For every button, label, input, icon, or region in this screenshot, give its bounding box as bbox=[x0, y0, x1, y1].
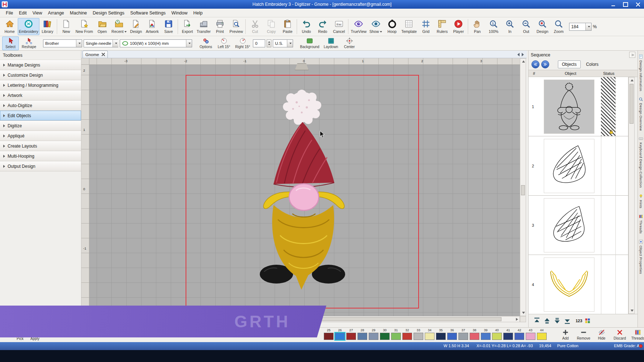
thread-swatch-33[interactable]: 33 bbox=[413, 328, 424, 340]
hoop-size-dropdown[interactable]: 100(W) x 100(H) mm bbox=[120, 39, 192, 47]
toolbox-item-edit-objects[interactable]: Edit Objects bbox=[0, 111, 81, 121]
thread-swatch-36[interactable]: 36 bbox=[446, 328, 458, 340]
zoom-level-combobox[interactable]: 184 bbox=[569, 23, 592, 31]
thread-swatch-41[interactable]: 41 bbox=[503, 328, 514, 340]
toolbar-button-export[interactable]: Export bbox=[179, 18, 195, 35]
thread-swatch-26[interactable]: 26 bbox=[334, 328, 346, 340]
sequence-scroll-thumb[interactable] bbox=[630, 84, 634, 124]
sequence-scrollbar[interactable] bbox=[628, 77, 635, 314]
side-tab-design-information[interactable]: Design Information bbox=[639, 54, 643, 91]
sequence-next-button[interactable] bbox=[541, 60, 549, 68]
toolbar-button-zoom[interactable]: Zoom bbox=[551, 18, 567, 35]
toolbar-button-undo[interactable]: Undo bbox=[298, 18, 314, 35]
toolbar-button-out[interactable]: Out bbox=[518, 18, 534, 35]
tab-scroll-left-icon[interactable] bbox=[517, 53, 520, 56]
side-tab-design-overview[interactable]: Design Overview bbox=[639, 97, 643, 131]
reshape-tool-button[interactable]: Reshape bbox=[20, 37, 38, 50]
move-to-start-button[interactable] bbox=[533, 317, 541, 325]
toolbar-button-rulers[interactable]: Rulers bbox=[434, 18, 450, 35]
remove-button[interactable]: Remove bbox=[575, 328, 592, 340]
design-canvas[interactable] bbox=[89, 65, 520, 316]
toolbox-item-customize-design[interactable]: Customize Design bbox=[0, 70, 81, 80]
vertical-ruler[interactable]: 210-1-2 bbox=[81, 65, 89, 316]
object-thumbnail-scribble-hat-1[interactable] bbox=[544, 139, 594, 193]
units-dropdown[interactable]: U.S. bbox=[273, 39, 293, 47]
toolbox-item-manage-designs[interactable]: Manage Designs bbox=[0, 60, 81, 70]
scroll-down-icon[interactable] bbox=[522, 312, 525, 314]
dropdown-arrow-icon[interactable] bbox=[113, 40, 118, 47]
dropdown-arrow-icon[interactable] bbox=[186, 40, 192, 47]
needle-left-15-button[interactable]: Left 15° bbox=[216, 37, 232, 50]
tab-objects[interactable]: Objects bbox=[558, 60, 581, 68]
thread-swatch-42[interactable]: 42 bbox=[514, 328, 525, 340]
thread-swatch-40[interactable]: 40 bbox=[491, 328, 503, 340]
tab-scroll-right-icon[interactable] bbox=[522, 53, 524, 56]
scroll-down-icon[interactable] bbox=[631, 310, 634, 312]
move-up-button[interactable] bbox=[543, 317, 551, 325]
menu-file[interactable]: File bbox=[3, 9, 16, 17]
add-button[interactable]: Add bbox=[557, 328, 574, 340]
menu-arrange[interactable]: Arrange bbox=[45, 9, 67, 17]
toolbox-item-appliqu[interactable]: Appliqué bbox=[0, 131, 81, 141]
vertical-scroll-thumb[interactable] bbox=[521, 185, 525, 195]
thread-swatch-43[interactable]: 43 bbox=[525, 328, 536, 340]
move-down-button[interactable] bbox=[553, 317, 561, 325]
menu-design-settings[interactable]: Design Settings bbox=[90, 9, 127, 17]
toolbar-button-player[interactable]: Player bbox=[450, 18, 467, 35]
toolbar-button-template[interactable]: Template bbox=[400, 18, 418, 35]
menu-software-settings[interactable]: Software Settings bbox=[127, 9, 169, 17]
toolbar-button-save[interactable]: Save bbox=[160, 18, 177, 35]
options-button[interactable]: Options bbox=[198, 37, 214, 50]
toolbar-button-recent[interactable]: Recent bbox=[110, 18, 128, 35]
canvas-vertical-scrollbar[interactable] bbox=[520, 58, 526, 316]
laydown-button[interactable]: Laydown bbox=[322, 37, 340, 50]
threads-button[interactable]: Threads bbox=[630, 328, 644, 340]
toolbox-item-lettering-monogramming[interactable]: Lettering / Monogramming bbox=[0, 80, 81, 90]
move-to-end-button[interactable] bbox=[563, 317, 571, 325]
close-button[interactable] bbox=[632, 0, 644, 9]
toolbar-button-show[interactable]: Show bbox=[368, 18, 384, 35]
document-tab-gnome[interactable]: Gnome bbox=[82, 51, 108, 58]
dropdown-arrow-icon[interactable] bbox=[76, 40, 82, 47]
sequence-row-4[interactable]: 4 bbox=[529, 255, 628, 314]
object-thumbnail-scribble-hat-2[interactable] bbox=[544, 198, 594, 252]
maximize-button[interactable] bbox=[619, 0, 632, 9]
toolbar-button-100[interactable]: 1100% bbox=[486, 18, 502, 35]
toolbar-button-design[interactable]: Design bbox=[128, 18, 144, 35]
thread-swatch-38[interactable]: 38 bbox=[469, 328, 480, 340]
toolbox-item-auto-digitize[interactable]: Auto-Digitize bbox=[0, 101, 81, 111]
sequence-row-3[interactable]: 3 bbox=[529, 196, 628, 255]
gnome-embroidery-design[interactable] bbox=[254, 86, 352, 294]
needle-dropdown[interactable]: Single-needle bbox=[84, 39, 118, 47]
toolbar-button-in[interactable]: In bbox=[502, 18, 518, 35]
toolbar-button-cancel[interactable]: EscCancel bbox=[331, 18, 347, 35]
side-tab-hints[interactable]: Hints bbox=[639, 194, 643, 208]
dropdown-arrow-icon[interactable] bbox=[287, 40, 293, 47]
toolbar-button-new[interactable]: New bbox=[58, 18, 75, 35]
select-tool-button[interactable]: Select bbox=[2, 37, 19, 50]
toolbox-item-create-layouts[interactable]: Create Layouts bbox=[0, 141, 81, 151]
menu-edit[interactable]: Edit bbox=[16, 9, 30, 17]
menu-help[interactable]: Help bbox=[190, 9, 206, 17]
needle-right-15-button[interactable]: Right 15° bbox=[234, 37, 251, 50]
toolbox-item-artwork[interactable]: Artwork bbox=[0, 90, 81, 101]
thread-swatch-39[interactable]: 39 bbox=[480, 328, 491, 340]
sequence-row-2[interactable]: 2 bbox=[529, 136, 628, 196]
sequence-prev-button[interactable] bbox=[531, 60, 539, 68]
scroll-right-icon[interactable] bbox=[516, 318, 518, 321]
thread-swatch-34[interactable]: 34 bbox=[424, 328, 435, 340]
thread-swatch-30[interactable]: 30 bbox=[379, 328, 390, 340]
thread-swatch-29[interactable]: 29 bbox=[368, 328, 379, 340]
object-thumbnail-gnome-outline[interactable] bbox=[544, 80, 594, 134]
thread-swatch-37[interactable]: 37 bbox=[458, 328, 469, 340]
thread-swatch-27[interactable]: 27 bbox=[346, 328, 357, 340]
machine-dropdown[interactable]: Brother bbox=[43, 39, 82, 47]
toolbar-button-hoop[interactable]: Hoop bbox=[384, 18, 400, 35]
toolbox-item-output-design[interactable]: Output Design bbox=[0, 161, 81, 171]
tab-colors[interactable]: Colors bbox=[582, 60, 602, 68]
toolbar-button-new-from[interactable]: New From bbox=[75, 18, 94, 35]
side-tab-keyboard-design-collection[interactable]: Keyboard Design Collection bbox=[639, 136, 643, 188]
side-tab-threads[interactable]: Threads bbox=[639, 214, 643, 234]
tab-close-icon[interactable] bbox=[102, 53, 105, 56]
center-design-button[interactable]: Center bbox=[341, 37, 358, 50]
